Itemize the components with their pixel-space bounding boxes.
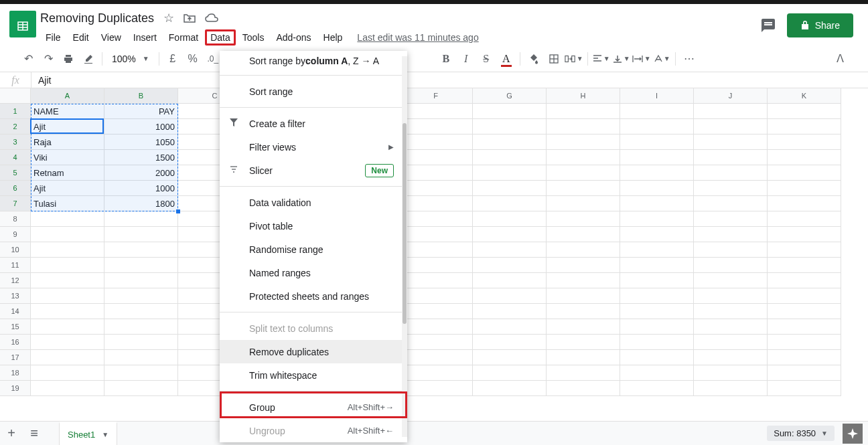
cell-F9[interactable] <box>399 227 473 242</box>
cell-K15[interactable] <box>768 319 841 335</box>
formula-bar[interactable]: Ajit <box>31 75 51 86</box>
menu-view[interactable]: View <box>96 29 127 46</box>
currency-pound-button[interactable]: £ <box>163 50 182 68</box>
cell-I1[interactable] <box>620 104 694 119</box>
comments-icon[interactable] <box>760 17 776 33</box>
cell-G10[interactable] <box>473 242 547 258</box>
menu-pivot-table[interactable]: Pivot table <box>220 214 407 238</box>
cell-G13[interactable] <box>473 288 547 304</box>
menu-addons[interactable]: Add-ons <box>271 29 316 46</box>
cell-H19[interactable] <box>547 381 620 396</box>
cell-B3[interactable]: 1050 <box>104 135 178 150</box>
cell-H4[interactable] <box>547 150 620 165</box>
menu-data-validation[interactable]: Data validation <box>220 191 407 214</box>
cell-F14[interactable] <box>399 304 473 319</box>
select-all-cell[interactable] <box>0 88 31 104</box>
row-header-6[interactable]: 6 <box>0 181 31 196</box>
cell-G8[interactable] <box>473 211 547 227</box>
menu-data[interactable]: Data <box>205 29 236 46</box>
cell-A3[interactable]: Raja <box>31 135 104 150</box>
cell-F15[interactable] <box>399 319 473 335</box>
cell-J8[interactable] <box>694 211 768 227</box>
cell-B5[interactable]: 2000 <box>104 165 178 181</box>
cell-I5[interactable] <box>620 165 694 181</box>
cell-I19[interactable] <box>620 381 694 396</box>
cell-B8[interactable] <box>104 211 178 227</box>
cell-J18[interactable] <box>694 365 768 381</box>
cell-H14[interactable] <box>547 304 620 319</box>
cell-B16[interactable] <box>104 335 178 350</box>
more-toolbar-button[interactable]: ⋯ <box>680 50 699 68</box>
column-header-H[interactable]: H <box>547 88 620 104</box>
cell-K17[interactable] <box>768 350 841 365</box>
cell-J12[interactable] <box>694 273 768 288</box>
column-header-I[interactable]: I <box>620 88 694 104</box>
cell-B12[interactable] <box>104 273 178 288</box>
cell-H11[interactable] <box>547 258 620 273</box>
menu-tools[interactable]: Tools <box>237 29 270 46</box>
cell-H2[interactable] <box>547 119 620 135</box>
cell-A19[interactable] <box>31 381 104 396</box>
cell-J3[interactable] <box>694 135 768 150</box>
cell-F16[interactable] <box>399 335 473 350</box>
row-header-15[interactable]: 15 <box>0 319 31 335</box>
row-header-19[interactable]: 19 <box>0 381 31 396</box>
status-sum[interactable]: Sum: 8350▼ <box>767 426 835 441</box>
cell-I9[interactable] <box>620 227 694 242</box>
cell-H12[interactable] <box>547 273 620 288</box>
add-sheet-button[interactable]: + <box>0 424 23 444</box>
cell-H3[interactable] <box>547 135 620 150</box>
explore-button[interactable] <box>843 424 863 444</box>
row-header-11[interactable]: 11 <box>0 258 31 273</box>
menu-edit[interactable]: Edit <box>68 29 94 46</box>
cell-J4[interactable] <box>694 150 768 165</box>
cell-F13[interactable] <box>399 288 473 304</box>
cell-H15[interactable] <box>547 319 620 335</box>
menu-slicer[interactable]: SlicerNew <box>220 159 407 182</box>
merge-cells-button[interactable]: ▼ <box>565 50 583 68</box>
cell-B13[interactable] <box>104 288 178 304</box>
cell-I17[interactable] <box>620 350 694 365</box>
cell-A6[interactable]: Ajit <box>31 181 104 196</box>
cell-A11[interactable] <box>31 258 104 273</box>
cell-K7[interactable] <box>768 196 841 211</box>
cell-F17[interactable] <box>399 350 473 365</box>
cell-B14[interactable] <box>104 304 178 319</box>
cell-H9[interactable] <box>547 227 620 242</box>
cell-I6[interactable] <box>620 181 694 196</box>
column-header-K[interactable]: K <box>768 88 841 104</box>
cell-A8[interactable] <box>31 211 104 227</box>
cell-G4[interactable] <box>473 150 547 165</box>
cell-G9[interactable] <box>473 227 547 242</box>
cell-F7[interactable] <box>399 196 473 211</box>
cell-G16[interactable] <box>473 335 547 350</box>
row-header-13[interactable]: 13 <box>0 288 31 304</box>
column-header-G[interactable]: G <box>473 88 547 104</box>
row-header-7[interactable]: 7 <box>0 196 31 211</box>
cell-A14[interactable] <box>31 304 104 319</box>
cell-F2[interactable] <box>399 119 473 135</box>
cell-B1[interactable]: PAY <box>104 104 178 119</box>
cell-I18[interactable] <box>620 365 694 381</box>
cell-B18[interactable] <box>104 365 178 381</box>
cell-F18[interactable] <box>399 365 473 381</box>
cell-I4[interactable] <box>620 150 694 165</box>
cell-G18[interactable] <box>473 365 547 381</box>
cell-H18[interactable] <box>547 365 620 381</box>
cell-G5[interactable] <box>473 165 547 181</box>
cell-B10[interactable] <box>104 242 178 258</box>
cell-G7[interactable] <box>473 196 547 211</box>
row-header-8[interactable]: 8 <box>0 211 31 227</box>
all-sheets-button[interactable]: ≡ <box>23 424 46 444</box>
cell-B19[interactable] <box>104 381 178 396</box>
zoom-dropdown[interactable]: 100%▼ <box>106 54 155 64</box>
column-header-B[interactable]: B <box>104 88 178 104</box>
bold-button[interactable]: B <box>437 50 455 68</box>
cell-F11[interactable] <box>399 258 473 273</box>
cell-K1[interactable] <box>768 104 841 119</box>
cell-B7[interactable]: 1800 <box>104 196 178 211</box>
cell-K18[interactable] <box>768 365 841 381</box>
row-header-1[interactable]: 1 <box>0 104 31 119</box>
menu-trim-whitespace[interactable]: Trim whitespace <box>220 363 407 387</box>
document-title[interactable]: Removing Duplicates <box>40 11 154 25</box>
